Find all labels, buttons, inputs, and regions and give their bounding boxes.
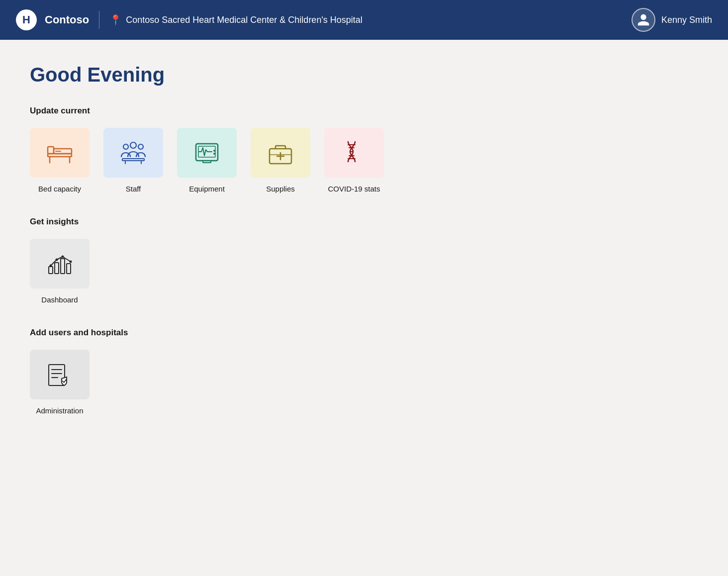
equipment-icon-box <box>177 128 237 178</box>
svg-point-32 <box>62 256 64 258</box>
bed-capacity-icon <box>45 138 75 168</box>
staff-label: Staff <box>126 185 141 193</box>
bed-capacity-icon-box <box>30 128 90 178</box>
bed-capacity-label: Bed capacity <box>38 185 81 193</box>
dashboard-label: Dashboard <box>41 295 78 304</box>
svg-rect-28 <box>61 259 65 274</box>
staff-icon <box>118 138 148 168</box>
username: Kenny Smith <box>661 15 712 25</box>
section-label-insights: Get insights <box>30 217 567 227</box>
administration-icon-box <box>30 350 90 399</box>
tile-supplies[interactable]: Supplies <box>251 128 310 193</box>
svg-point-7 <box>138 144 143 149</box>
supplies-icon-box <box>251 128 310 178</box>
insights-tiles-row: Dashboard <box>30 239 567 304</box>
avatar <box>632 8 655 32</box>
covid-icon <box>339 138 369 168</box>
equipment-label: Equipment <box>189 185 225 193</box>
section-get-insights: Get insights <box>30 217 567 304</box>
section-update-current: Update current <box>30 106 567 193</box>
location-name: Contoso Sacred Heart Medical Center & Ch… <box>126 15 363 25</box>
main-content: Good Evening Update current <box>0 40 597 463</box>
tile-bed-capacity[interactable]: Bed capacity <box>30 128 90 193</box>
location-icon: 📍 <box>109 14 122 26</box>
svg-point-33 <box>70 261 72 263</box>
tile-covid-stats[interactable]: COVID-19 stats <box>324 128 384 193</box>
section-label-update: Update current <box>30 106 567 116</box>
tile-equipment[interactable]: Equipment <box>177 128 237 193</box>
svg-point-31 <box>56 259 58 261</box>
supplies-label: Supplies <box>266 185 295 193</box>
location-info: 📍 Contoso Sacred Heart Medical Center & … <box>109 14 632 26</box>
staff-icon-box <box>103 128 163 178</box>
svg-rect-3 <box>48 147 54 154</box>
update-tiles-row: Bed capacity <box>30 128 567 193</box>
user-menu[interactable]: Kenny Smith <box>632 8 712 32</box>
tile-administration[interactable]: Administration <box>30 350 90 415</box>
svg-rect-14 <box>203 161 211 163</box>
svg-point-15 <box>213 150 215 152</box>
covid-icon-box <box>324 128 384 178</box>
svg-point-30 <box>50 265 52 267</box>
greeting-text: Good Evening <box>30 64 567 86</box>
supplies-icon <box>266 138 295 168</box>
tile-dashboard[interactable]: Dashboard <box>30 239 90 304</box>
header-divider <box>99 11 99 29</box>
dashboard-icon-box <box>30 239 90 288</box>
equipment-icon <box>192 138 222 168</box>
section-label-add-users: Add users and hospitals <box>30 328 567 338</box>
administration-icon <box>45 360 75 389</box>
svg-rect-27 <box>55 263 59 274</box>
add-users-tiles-row: Administration <box>30 350 567 415</box>
app-header: H Contoso 📍 Contoso Sacred Heart Medical… <box>0 0 728 40</box>
covid-stats-label: COVID-19 stats <box>328 185 380 193</box>
administration-label: Administration <box>36 406 83 415</box>
svg-point-6 <box>123 144 128 149</box>
tile-staff[interactable]: Staff <box>103 128 163 193</box>
section-add-users: Add users and hospitals <box>30 328 567 415</box>
brand-name: Contoso <box>45 13 89 26</box>
svg-point-8 <box>130 142 136 148</box>
svg-point-16 <box>213 153 215 155</box>
svg-rect-26 <box>49 267 53 274</box>
dashboard-icon <box>45 249 75 279</box>
brand-logo-letter: H <box>16 9 37 30</box>
svg-rect-29 <box>67 264 71 274</box>
